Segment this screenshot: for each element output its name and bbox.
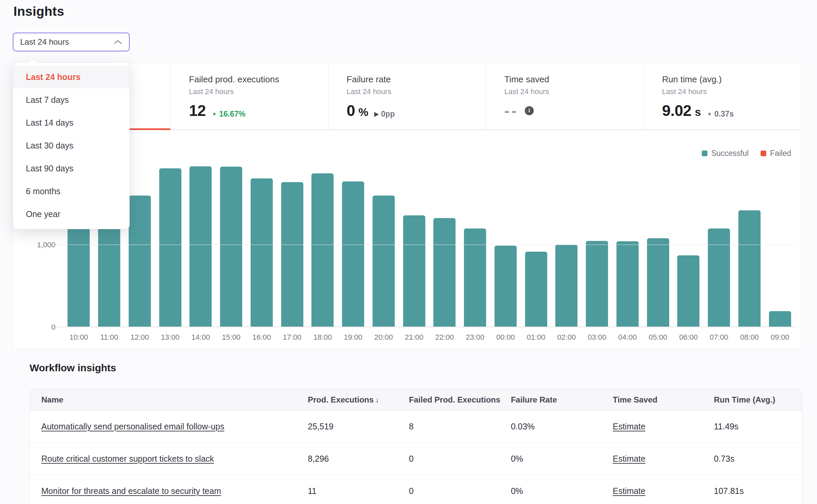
cell-name: Route critical customer support tickets … [30, 454, 308, 464]
kpi-sublabel: Last 24 hours [504, 87, 643, 96]
cell-prod_executions: 25,519 [308, 422, 409, 431]
bar-column [551, 163, 582, 327]
x-axis-label: 08:00 [734, 333, 765, 342]
column-header-2[interactable]: Failed Prod. Executions [409, 395, 511, 405]
bar-column [734, 163, 765, 327]
cell-failed_prod_executions: 0 [409, 454, 511, 464]
kpi-card-2[interactable]: Failure rateLast 24 hours0%▶0pp [328, 63, 486, 129]
dropdown-option-2[interactable]: Last 14 days [13, 111, 129, 134]
cell-failed_prod_executions: 8 [409, 422, 511, 431]
page-title: Insights [13, 4, 64, 19]
bar-column [612, 163, 643, 327]
gridline [53, 327, 795, 327]
table-row: Route critical customer support tickets … [30, 443, 802, 475]
estimate-link[interactable]: Estimate [613, 486, 645, 496]
x-axis-label: 07:00 [704, 333, 734, 342]
table-row: Automatically send personalised email fo… [30, 411, 802, 443]
bar-successful [677, 255, 699, 327]
bar-column [429, 163, 460, 327]
kpi-delta-text: 0.37s [714, 110, 734, 119]
column-header-label: Run Time (Avg.) [714, 395, 775, 405]
kpi-row: Failed prod. executionsLast 24 hours12▼1… [13, 63, 801, 130]
bar-successful [159, 168, 181, 327]
column-header-label: Failure Rate [511, 395, 557, 405]
estimate-link[interactable]: Estimate [613, 454, 645, 463]
x-axis-label: 09:00 [765, 333, 795, 342]
bar-successful [616, 241, 639, 327]
workflow-insights-title: Workflow insights [30, 362, 116, 374]
workflow-name-link[interactable]: Route critical customer support tickets … [41, 454, 214, 463]
dropdown-option-6[interactable]: One year [13, 203, 129, 225]
kpi-delta: ▼16.67% [212, 110, 246, 119]
estimate-link[interactable]: Estimate [613, 422, 645, 431]
column-header-0[interactable]: Name [30, 395, 308, 405]
cell-failure_rate: 0% [511, 486, 613, 496]
x-axis-label: 21:00 [399, 333, 429, 342]
x-axis-label: 10:00 [63, 333, 94, 342]
bar-successful [708, 228, 730, 327]
column-header-4[interactable]: Time Saved [613, 395, 714, 405]
dropdown-option-5[interactable]: 6 months [13, 180, 129, 203]
dropdown-option-3[interactable]: Last 30 days [13, 134, 129, 157]
cell-run_time: 11.49s [714, 422, 802, 431]
kpi-value-row: 9.02s▼0.37s [662, 101, 801, 120]
x-axis-label: 05:00 [643, 333, 673, 342]
kpi-value-unit: s [695, 106, 701, 119]
bar-column [582, 163, 612, 327]
cell-time_saved: Estimate [613, 454, 714, 464]
x-axis-label: 14:00 [185, 333, 216, 342]
kpi-value: 9.02 [662, 101, 692, 120]
time-range-select[interactable]: Last 24 hours [13, 33, 130, 51]
x-axis-label: 13:00 [155, 333, 185, 342]
bar-column [521, 163, 551, 327]
y-axis-label: 1,000 [37, 241, 55, 249]
dropdown-option-0[interactable]: Last 24 hours [13, 66, 129, 88]
bar-column [185, 163, 216, 327]
bar-column [307, 163, 338, 327]
legend-item-failed[interactable]: Failed [761, 149, 791, 158]
bar-successful [433, 218, 456, 327]
kpi-delta: ▼0.37s [707, 110, 734, 119]
bar-column [247, 163, 277, 327]
kpi-card-1[interactable]: Failed prod. executionsLast 24 hours12▼1… [170, 63, 328, 129]
bar-successful [311, 173, 334, 327]
legend-item-successful[interactable]: Successful [702, 149, 748, 158]
legend-swatch-icon [702, 151, 707, 156]
x-axis-label: 12:00 [125, 333, 155, 342]
time-range-dropdown: Last 24 hoursLast 7 daysLast 14 daysLast… [13, 62, 130, 229]
chart-bars [63, 163, 795, 327]
workflow-name-link[interactable]: Automatically send personalised email fo… [41, 422, 224, 431]
bar-successful [586, 241, 608, 327]
info-icon[interactable]: i [525, 106, 534, 115]
x-axis-label: 04:00 [612, 333, 643, 342]
x-axis-label: 23:00 [460, 333, 490, 342]
kpi-label: Failure rate [347, 74, 486, 85]
kpi-value-row: 0%▶0pp [347, 101, 486, 120]
bar-column [765, 163, 795, 327]
dropdown-option-1[interactable]: Last 7 days [13, 88, 129, 111]
kpi-delta: ▶0pp [374, 110, 395, 119]
kpi-card-3[interactable]: Time savedLast 24 hours--i [486, 63, 643, 129]
x-axis-label: 16:00 [247, 333, 277, 342]
bar-successful [220, 167, 242, 327]
cell-time_saved: Estimate [613, 486, 714, 496]
column-header-label: Time Saved [613, 395, 657, 405]
bar-column [460, 163, 490, 327]
bar-column [704, 163, 734, 327]
column-header-3[interactable]: Failure Rate [511, 395, 613, 405]
dropdown-option-4[interactable]: Last 90 days [13, 157, 129, 180]
y-axis-label: 0 [51, 323, 55, 332]
column-header-5[interactable]: Run Time (Avg.) [714, 395, 802, 405]
kpi-card-4[interactable]: Run time (avg.)Last 24 hours9.02s▼0.37s [644, 63, 801, 129]
triangle-down-icon: ▼ [707, 112, 712, 117]
bar-column [155, 163, 185, 327]
legend-swatch-icon [761, 151, 766, 156]
workflow-name-link[interactable]: Monitor for threats and escalate to secu… [41, 486, 221, 496]
bar-column [399, 163, 429, 327]
column-header-1[interactable]: Prod. Executions↓ [308, 395, 409, 405]
workflow-insights-table: NameProd. Executions↓Failed Prod. Execut… [30, 389, 802, 504]
bar-column [338, 163, 369, 327]
x-axis-label: 11:00 [94, 333, 125, 342]
bar-successful [342, 181, 364, 327]
column-header-label: Failed Prod. Executions [409, 395, 500, 405]
